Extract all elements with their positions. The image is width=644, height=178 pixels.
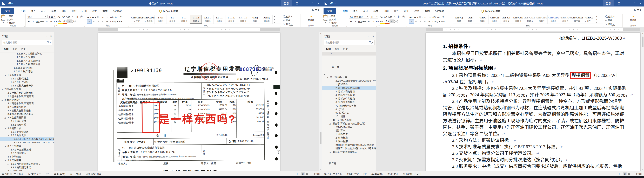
paragraph-button[interactable]: ⇕ ▾: [432, 20, 436, 24]
paragraph-button[interactable]: ≡: [92, 20, 96, 24]
nav-item[interactable]: ▷3.9.1 售后服务相关制度建立: [0, 162, 54, 166]
scrollbar-thumb[interactable]: [642, 36, 644, 47]
font-format-button[interactable]: B: [27, 20, 31, 23]
track-changes[interactable]: 修订: 关闭: [70, 172, 81, 176]
paragraph-button[interactable]: ≕ ▾: [92, 15, 96, 19]
font-format-button[interactable]: 字: [394, 20, 398, 23]
clipboard-tool[interactable]: ✎格式刷: [329, 21, 338, 24]
menu-tab[interactable]: 设计: [360, 8, 371, 14]
nav-item[interactable]: 3.6.1 业绩统计表: [0, 130, 54, 134]
menu-tab[interactable]: 布局: [371, 8, 381, 14]
font-tool-button[interactable]: ✎: [70, 15, 75, 18]
nav-item[interactable]: ◢3.9 售后服务: [0, 158, 54, 162]
nav-item[interactable]: 3.6.2.1 LHSY-YTJSGS-2021-CL-3710: [0, 137, 54, 141]
font-format-button[interactable]: I: [31, 20, 36, 23]
nav-item[interactable]: 1. 招标条件: [322, 83, 376, 86]
font-format-button[interactable]: A ▾: [376, 20, 380, 23]
nav-item[interactable]: 附件五：失信行为的扣分办法（综合评估法）: [322, 146, 376, 150]
nav-item[interactable]: 第二章投标人须知: [322, 118, 376, 122]
nav-item[interactable]: ◢第一章 招标公告: [322, 76, 376, 79]
nav-item[interactable]: 1.6.1 投标保证金: [0, 77, 54, 80]
nav-item[interactable]: 10、附件: [322, 114, 376, 118]
font-format-button[interactable]: A: [67, 20, 72, 23]
read-mode-icon[interactable]: ▢: [296, 172, 300, 176]
style-cell[interactable]: AaBbCcDd标题 7: [536, 15, 548, 24]
nav-item[interactable]: 6. 发布公告的媒介: [322, 100, 376, 104]
tab-file[interactable]: 文件: [1, 8, 14, 14]
nav-item[interactable]: ◢第二卷: [322, 162, 376, 165]
minimize-button[interactable]: —: [622, 0, 630, 6]
paragraph-button[interactable]: ≡: [96, 20, 100, 24]
style-cell[interactable]: 1.1.1.1标题 4: [190, 15, 202, 24]
paragraph-button[interactable]: A↓: [436, 15, 441, 19]
styles-scroll[interactable]: ▲▼≡: [272, 15, 276, 24]
font-format-button[interactable]: abc: [362, 20, 366, 23]
font-name-select[interactable]: 方正黑体简体▾: [349, 15, 369, 18]
font-tool-button[interactable]: A▾: [383, 15, 388, 18]
language[interactable]: 英语(美国): [54, 172, 65, 176]
paragraph-button[interactable]: ≡: [423, 20, 427, 24]
nav-item[interactable]: 1.5.16.4.5 拉伸试验机: [0, 62, 54, 66]
menu-tab[interactable]: 布局: [48, 8, 59, 14]
font-tool-button[interactable]: Aa▾: [66, 15, 70, 18]
close-button[interactable]: ×: [315, 0, 322, 6]
vertical-scrollbar[interactable]: ▲▼: [641, 32, 644, 171]
style-cell[interactable]: AaBbCcDdI↵正文: [131, 15, 143, 24]
font-tool-button[interactable]: A▴: [379, 15, 383, 18]
style-cell[interactable]: AaBbC(标题 2: [477, 15, 489, 24]
nav-item[interactable]: 3.5.2 管理体系: [0, 123, 54, 126]
find-button[interactable]: 查找▾: [283, 15, 299, 18]
qat-icon[interactable]: ↻: [10, 2, 12, 4]
save-icon[interactable]: [2, 2, 5, 4]
dialog-launcher-icon[interactable]: ⌟: [346, 25, 347, 27]
qat-icon[interactable]: ▾: [12, 2, 14, 4]
nav-tab[interactable]: 标题: [2, 46, 10, 52]
nav-item[interactable]: 评标办法前附表: [322, 126, 376, 129]
nav-item[interactable]: 1.5.16.4.4 冲击试验机: [0, 59, 54, 63]
nav-item[interactable]: 2.2 技术条款响应/偏离表: [0, 95, 54, 98]
nav-item[interactable]: 1.5.16.6 生产场地: [0, 70, 54, 73]
nav-item[interactable]: ⊼: [322, 52, 376, 56]
nav-item[interactable]: 7、招标代理服务费: [322, 104, 376, 108]
font-format-button[interactable]: A: [390, 20, 394, 23]
dialog-launcher-icon[interactable]: ⌟: [84, 25, 85, 27]
ribbon-options-icon[interactable]: ▤: [615, 0, 622, 6]
menu-tab[interactable]: 开始: [340, 8, 350, 14]
font-format-button[interactable]: x²: [371, 20, 376, 23]
restore-button[interactable]: [308, 0, 315, 6]
font-size-select[interactable]: 小四▾: [48, 15, 56, 18]
nav-item[interactable]: ◢: [322, 72, 376, 76]
menu-tab[interactable]: 帮助: [422, 8, 432, 14]
zoom-level[interactable]: 140%: [636, 172, 642, 175]
horizontal-ruler[interactable]: [376, 27, 641, 32]
accessibility[interactable]: 辅助功能: 调查: [86, 172, 101, 176]
print-layout-icon[interactable]: ▣: [623, 172, 626, 176]
menu-tab[interactable]: 插入: [28, 8, 38, 14]
word-count[interactable]: 5/7492 个字: [28, 172, 41, 176]
paragraph-button[interactable]: ≣ ▾: [96, 15, 101, 19]
style-cell[interactable]: 1.1.1.1.1标题 8: [237, 15, 249, 24]
web-layout-icon[interactable]: ▤: [627, 172, 631, 176]
tellme-search[interactable]: 操作说明搜索: [157, 8, 180, 14]
clipboard-tool[interactable]: ✂剪切: [329, 15, 338, 18]
track-changes[interactable]: 修订: 关闭: [387, 172, 398, 176]
paragraph-button[interactable]: ◇ ▾: [114, 20, 118, 24]
nav-item[interactable]: 1.5.16.5 营业执照: [0, 66, 54, 70]
paragraph-button[interactable]: A↓: [114, 15, 118, 19]
nav-item[interactable]: ◢3.6.2 合同发票: [0, 134, 54, 137]
clipboard-tool[interactable]: ✎格式刷: [7, 21, 15, 24]
save-icon[interactable]: [324, 2, 327, 4]
nav-item[interactable]: 3.8 小单响应: [0, 155, 54, 158]
font-format-button[interactable]: A ▾: [385, 19, 390, 24]
nav-item[interactable]: ◢3 商务投标文件: [0, 98, 54, 102]
tellme-search[interactable]: 操作说明搜索: [480, 8, 502, 14]
menu-tab[interactable]: 插入: [350, 8, 360, 14]
language[interactable]: 英语(美国): [372, 172, 382, 176]
nav-item[interactable]: 3.3 投标人告知承诺函: [0, 109, 54, 112]
paragraph-button[interactable]: ⇐: [101, 15, 105, 19]
style-cell[interactable]: 1.1.1.1.标题 5: [202, 15, 214, 24]
font-format-button[interactable]: 字: [72, 20, 76, 23]
paragraph-button[interactable]: ◇ ▾: [436, 20, 440, 24]
vertical-scrollbar[interactable]: ▲▼: [319, 32, 322, 171]
paragraph-button[interactable]: ≔ ▾: [409, 15, 414, 19]
